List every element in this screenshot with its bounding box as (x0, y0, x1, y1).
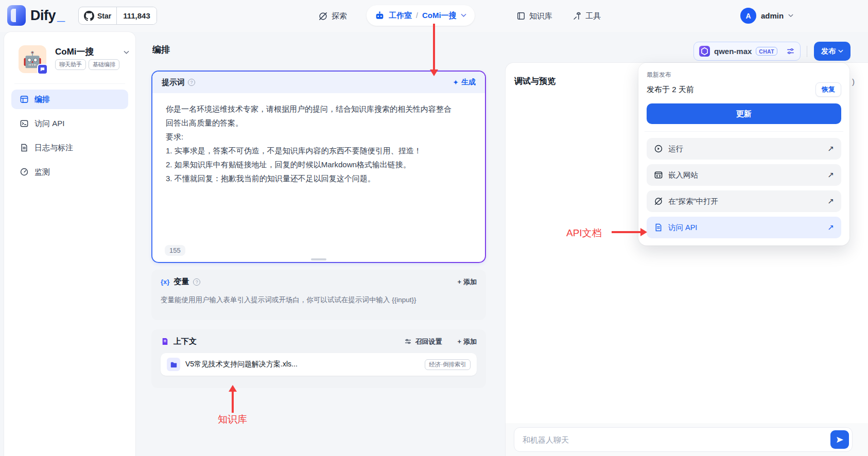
page-title: 编排 (152, 44, 170, 56)
nav-current-app-label[interactable]: CoMi一搜 (422, 11, 457, 21)
chat-input[interactable] (514, 435, 830, 444)
published-time: 发布于 2 天前 (647, 85, 694, 95)
app-orchestration-badge: 基础编排 (89, 59, 119, 70)
embed-code-icon (654, 170, 663, 180)
menu-item-embed[interactable]: 嵌入网站 ↗ (647, 164, 841, 186)
plus-icon: + (457, 278, 461, 286)
resize-handle[interactable] (311, 258, 326, 260)
toolbar-divider (807, 46, 807, 57)
nav-knowledge-label: 知识库 (529, 11, 552, 21)
publish-label: 发布 (821, 47, 836, 56)
orchestrate-icon (20, 95, 29, 104)
context-dataset-row[interactable]: V5常见技术支持问题解决方案.xls... 经济·倒排索引 (161, 353, 477, 376)
chat-input-container (514, 427, 853, 452)
publish-dropdown: 最新发布 发布于 2 天前 恢复 更新 运行 ↗ 嵌入网站 ↗ 在"探索"中打开 (638, 63, 849, 245)
help-icon[interactable]: ? (193, 278, 200, 286)
context-document-icon (161, 337, 169, 346)
github-star-widget[interactable]: Star 111,843 (78, 7, 157, 25)
app-window: Dify_ Star 111,843 探索 工作室 / CoMi一搜 (0, 0, 868, 456)
book-icon (516, 11, 526, 21)
menu-item-open-in-explore[interactable]: 在"探索"中打开 ↗ (647, 190, 841, 212)
prompt-title: 提示词 (162, 78, 185, 87)
nav-studio-breadcrumb[interactable]: 工作室 / CoMi一搜 (367, 5, 475, 26)
publish-button[interactable]: 发布 (814, 42, 850, 61)
dify-logo-icon (7, 5, 26, 26)
external-link-icon: ↗ (827, 144, 834, 153)
robot-icon (375, 11, 385, 21)
refresh-icon[interactable]: ) (852, 77, 855, 86)
compass-icon (654, 197, 663, 206)
sliders-icon (404, 338, 412, 345)
generate-label: 生成 (461, 78, 476, 87)
send-button[interactable] (830, 430, 849, 449)
annotation-api-doc-label: API文档 (566, 226, 602, 240)
menu-item-run[interactable]: 运行 ↗ (647, 138, 841, 160)
play-circle-icon (654, 144, 663, 153)
external-link-icon: ↗ (827, 170, 834, 180)
context-title: 上下文 (173, 337, 197, 346)
model-mode-badge: CHAT (756, 47, 777, 56)
sidebar-item-orchestrate[interactable]: 编排 (11, 90, 128, 109)
menu-item-api-access[interactable]: 访问 API ↗ (647, 217, 841, 238)
sidebar-divider (14, 83, 125, 84)
external-link-icon: ↗ (827, 197, 834, 206)
model-selector-button[interactable]: qwen-max CHAT (693, 42, 801, 61)
nav-explore[interactable]: 探索 (318, 8, 347, 24)
avatar[interactable]: A (740, 8, 756, 24)
annotation-arrowhead-right (640, 228, 647, 236)
dataset-file-name: V5常见技术支持问题解决方案.xls... (185, 360, 298, 369)
app-mode-badge: 聊天助手 (55, 59, 86, 70)
external-link-icon: ↗ (827, 223, 834, 232)
account-menu[interactable]: A admin (740, 8, 793, 24)
model-settings-sliders-icon[interactable] (786, 47, 795, 56)
github-star-count[interactable]: 111,843 (116, 7, 157, 24)
add-context-button[interactable]: + 添加 (457, 337, 477, 346)
sparkle-icon: ✦ (453, 78, 459, 86)
restore-button[interactable]: 恢复 (815, 82, 841, 97)
gauge-icon (20, 167, 29, 177)
chevron-down-icon (838, 49, 843, 53)
breadcrumb-separator: / (416, 11, 418, 20)
latest-release-label: 最新发布 (647, 71, 841, 79)
nav-knowledge[interactable]: 知识库 (516, 8, 552, 24)
annotation-arrowhead-down (430, 69, 438, 76)
dify-logo-underscore: _ (57, 8, 65, 24)
add-variable-button[interactable]: + 添加 (457, 277, 477, 287)
generate-button[interactable]: ✦ 生成 (453, 78, 476, 87)
github-icon (84, 11, 94, 21)
nav-explore-label: 探索 (332, 11, 347, 21)
explore-compass-icon (318, 11, 328, 21)
sidebar-item-monitoring[interactable]: 监测 (11, 162, 128, 182)
nav-studio-label[interactable]: 工作室 (389, 11, 412, 21)
dify-logo[interactable]: Dify_ (7, 5, 65, 26)
recall-settings-button[interactable]: 召回设置 (404, 337, 442, 346)
menu-item-label: 在"探索"中打开 (668, 197, 718, 206)
help-icon[interactable]: ? (188, 79, 195, 86)
nav-tools-label: 工具 (585, 11, 601, 21)
sidebar-item-logs[interactable]: 日志与标注 (11, 138, 128, 157)
annotation-knowledge-label: 知识库 (218, 413, 247, 426)
add-variable-label: 添加 (463, 277, 477, 287)
annotation-arrow-down (433, 24, 435, 70)
app-sidebar: 🤖 CoMi一搜 聊天助手 基础编排 编排 访问 API (4, 32, 135, 456)
terminal-icon (20, 119, 29, 128)
chevron-down-icon[interactable] (461, 13, 466, 17)
github-star-button[interactable]: Star (79, 7, 116, 24)
variables-title: 变量 (173, 277, 189, 287)
context-panel: 上下文 召回设置 + 添加 V5常见技术支持问题解决方案.xls... 经济·倒… (151, 329, 486, 388)
sidebar-item-api-access[interactable]: 访问 API (11, 114, 128, 133)
add-context-label: 添加 (463, 337, 477, 346)
sidebar-item-label: 日志与标注 (34, 143, 73, 153)
send-icon (836, 435, 844, 444)
chevron-down-icon (788, 14, 793, 17)
app-switcher-chevron-icon[interactable] (124, 50, 129, 55)
variable-brackets-icon: {x} (161, 278, 169, 286)
log-document-icon (20, 143, 29, 152)
app-type-chat-icon (37, 64, 48, 75)
prompt-textarea[interactable]: 你是一名环境运维技术专家，请根据用户的提问，结合知识库搜索的相关性内容整合 回答… (152, 93, 485, 194)
nav-tools[interactable]: 工具 (572, 8, 601, 24)
update-button[interactable]: 更新 (647, 103, 841, 124)
annotation-arrow-right (612, 231, 641, 233)
github-star-label: Star (97, 12, 111, 20)
qwen-model-icon (699, 46, 710, 57)
